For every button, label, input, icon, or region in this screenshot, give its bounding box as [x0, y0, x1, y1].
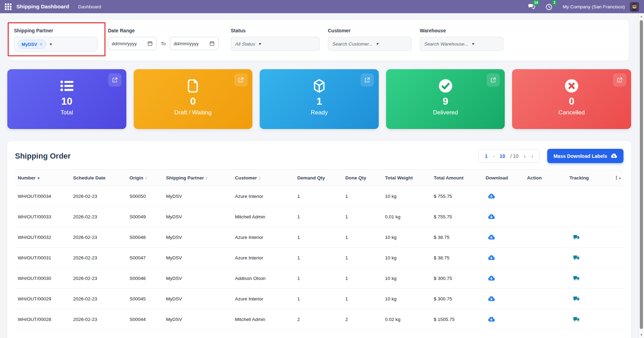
scrollbar-down-arrow[interactable]: ▼ — [640, 333, 643, 337]
date-from-value: dd/mm/yyyy — [112, 41, 137, 46]
shipping-partner-tag[interactable]: MyDSV × — [18, 40, 46, 49]
date-range-separator: To — [161, 41, 166, 46]
cell-action — [524, 227, 567, 248]
table-row: WH/OUT/000282026-02-23S00044MyDSVMitchel… — [15, 309, 623, 330]
cell-number[interactable]: WH/OUT/00034 — [15, 186, 70, 207]
cell-customer: Mitchell Admin — [232, 207, 294, 227]
apps-grid-icon[interactable] — [5, 3, 11, 10]
open-cancelled-button[interactable] — [613, 73, 626, 87]
cell-schedule-date: 2026-02-23 — [70, 289, 127, 309]
mass-download-labels-button[interactable]: Mass Download Labels — [547, 149, 623, 163]
stat-card-cancelled[interactable]: 0 Cancelled — [512, 69, 631, 129]
status-select[interactable]: All Status ▾ — [231, 37, 320, 51]
app-title[interactable]: Shipping Dashboard — [16, 3, 69, 10]
cell-number[interactable]: WH/OUT/00031 — [15, 248, 70, 268]
cell-number[interactable]: WH/OUT/00032 — [15, 227, 70, 248]
date-from-input[interactable]: dd/mm/yyyy — [108, 37, 157, 50]
status-value: All Status — [235, 41, 255, 47]
stat-value-ready: 1 — [260, 96, 379, 107]
page-separator: - — [493, 153, 495, 159]
column-options-icon[interactable]: ⋮▾ — [609, 170, 623, 186]
user-avatar[interactable] — [630, 2, 639, 11]
cell-done-qty: 1 — [343, 268, 382, 289]
download-label-icon[interactable] — [488, 193, 495, 200]
tracking-truck-icon[interactable] — [573, 295, 580, 302]
topbar: Shipping Dashboard Dashboard 14 2 My Com… — [0, 0, 644, 13]
cell-schedule-date: 2026-02-23 — [70, 309, 127, 330]
cell-total-weight: 10 kg — [382, 268, 431, 289]
chevron-left-icon[interactable]: ‹ — [524, 154, 526, 159]
scrollbar-thumb[interactable] — [640, 20, 643, 329]
page-scrollbar: ▲ ▼ — [638, 13, 644, 338]
avatar-image — [630, 2, 639, 11]
column-header-shipping-partner[interactable]: Shipping Partner▴▾ — [163, 170, 232, 186]
download-label-icon[interactable] — [488, 213, 495, 220]
stat-card-delivered[interactable]: 9 Delivered — [386, 69, 505, 129]
shipping-orders-table: Number▾Schedule DateOrigin▴▾Shipping Par… — [15, 169, 623, 330]
cell-done-qty: 1 — [343, 207, 382, 227]
tracking-truck-icon[interactable] — [573, 275, 580, 282]
cell-done-qty: 1 — [343, 227, 382, 248]
calendar-icon[interactable] — [209, 41, 215, 46]
open-delivered-button[interactable] — [487, 73, 500, 87]
warehouse-select[interactable]: Search Warehouse... ▾ — [420, 37, 503, 51]
calendar-icon[interactable] — [147, 41, 153, 46]
status-label: Status — [231, 28, 320, 33]
download-label-icon[interactable] — [488, 234, 495, 241]
cell-demand-qty: 1 — [294, 289, 343, 309]
cell-total-amount: $ 300.75 — [431, 268, 483, 289]
date-to-value: dd/mm/yyyy — [174, 41, 199, 46]
column-header-customer[interactable]: Customer▴▾ — [232, 170, 294, 186]
cell-customer: Azure Interior — [232, 248, 294, 268]
column-header-number[interactable]: Number▾ — [15, 170, 70, 186]
download-label-icon[interactable] — [488, 275, 495, 282]
column-header-demand-qty: Demand Qty — [294, 170, 343, 186]
download-label-icon[interactable] — [488, 316, 495, 323]
cell-number[interactable]: WH/OUT/00033 — [15, 207, 70, 227]
open-total-button[interactable] — [108, 73, 121, 87]
chevron-down-icon: ▾ — [472, 41, 474, 46]
download-label-icon[interactable] — [488, 254, 495, 261]
date-to-input[interactable]: dd/mm/yyyy — [170, 37, 219, 50]
customer-select[interactable]: Search Customer... ▾ — [328, 37, 411, 51]
column-header-origin[interactable]: Origin▴▾ — [127, 170, 163, 186]
cell-number[interactable]: WH/OUT/00030 — [15, 268, 70, 289]
shipping-partner-select[interactable]: MyDSV × ▾ — [14, 37, 97, 51]
cell-demand-qty: 1 — [294, 227, 343, 248]
tracking-truck-icon[interactable] — [573, 234, 580, 241]
menu-item-dashboard[interactable]: Dashboard — [78, 4, 101, 9]
cell-options — [609, 268, 623, 289]
open-draft-waiting-button[interactable] — [234, 73, 248, 87]
filter-status: Status All Status ▾ — [231, 28, 320, 51]
activities-button[interactable]: 2 — [545, 2, 553, 11]
tracking-truck-icon[interactable] — [573, 254, 580, 261]
filter-shipping-partner: Shipping Partner MyDSV × ▾ — [14, 28, 97, 51]
cell-options — [609, 227, 623, 248]
stat-card-ready[interactable]: 1 Ready — [260, 69, 379, 129]
company-switcher[interactable]: My Company (San Francisco) — [563, 4, 625, 9]
stat-card-draft-waiting[interactable]: 0 Draft / Waiting — [134, 69, 253, 129]
cell-tracking — [567, 309, 609, 330]
shipping-partner-label: Shipping Partner — [14, 28, 97, 33]
cell-customer: Azure Interior — [232, 227, 294, 248]
tag-label: MyDSV — [22, 42, 37, 47]
scrollbar-up-arrow[interactable]: ▲ — [640, 15, 643, 18]
chevron-right-icon[interactable]: › — [531, 154, 533, 159]
cell-number[interactable]: WH/OUT/00028 — [15, 309, 70, 330]
cube-icon — [311, 78, 327, 94]
cell-demand-qty: 2 — [294, 309, 343, 330]
download-label-icon[interactable] — [488, 295, 495, 303]
tag-close-icon[interactable]: × — [40, 41, 42, 47]
warehouse-placeholder: Search Warehouse... — [424, 41, 469, 47]
cell-schedule-date: 2026-02-23 — [70, 186, 127, 207]
stat-card-total[interactable]: 10 Total — [7, 69, 126, 129]
stat-value-draft-waiting: 0 — [134, 96, 253, 107]
cell-total-weight: 10 kg — [382, 248, 431, 268]
tracking-truck-icon[interactable] — [573, 316, 580, 323]
cell-schedule-date: 2026-02-23 — [70, 207, 127, 227]
messages-badge: 14 — [532, 0, 540, 6]
cell-download — [483, 289, 524, 309]
open-ready-button[interactable] — [361, 73, 374, 87]
messages-button[interactable]: 14 — [528, 2, 536, 11]
cell-number[interactable]: WH/OUT/00029 — [15, 289, 70, 309]
